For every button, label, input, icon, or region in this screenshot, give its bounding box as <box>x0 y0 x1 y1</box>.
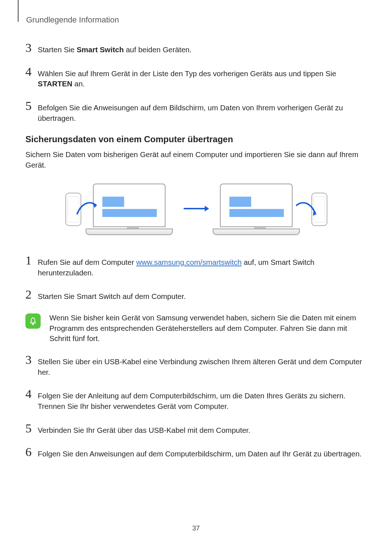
figure-left-backup <box>63 184 173 235</box>
step-number: 4 <box>25 66 38 78</box>
step-number: 2 <box>25 289 38 300</box>
step-number: 1 <box>25 255 38 266</box>
step-number: 6 <box>25 446 38 458</box>
step-text: Befolgen Sie die Anweisungen auf dem Bil… <box>38 103 367 123</box>
figure-right-restore <box>220 184 330 235</box>
step-text-pre: Rufen Sie auf dem Computer <box>38 258 136 266</box>
step-b-4: 4 Folgen Sie der Anleitung auf dem Compu… <box>25 388 367 411</box>
intro-paragraph: Sichern Sie Daten vom bisherigen Gerät a… <box>25 149 367 170</box>
transfer-figure <box>25 178 367 240</box>
step-a-4: 4 Wählen Sie auf Ihrem Gerät in der List… <box>25 66 367 89</box>
step-text: Verbinden Sie Ihr Gerät über das USB-Kab… <box>38 425 367 436</box>
arrow-right-icon <box>183 205 210 214</box>
step-number: 5 <box>25 100 38 112</box>
step-text-pre: Starten Sie <box>38 45 77 54</box>
step-text-pre: Wählen Sie auf Ihrem Gerät in der Liste … <box>38 69 336 78</box>
step-text-bold: Smart Switch <box>77 45 124 54</box>
step-number: 3 <box>25 354 38 366</box>
step-text: Stellen Sie über ein USB-Kabel eine Verb… <box>38 357 367 377</box>
step-number: 5 <box>25 423 38 434</box>
step-text: Folgen Sie den Anweisungen auf dem Compu… <box>38 449 367 459</box>
step-a-3: 3 Starten Sie Smart Switch auf beiden Ge… <box>25 42 367 55</box>
step-text: Starten Sie Smart Switch auf dem Compute… <box>38 291 367 302</box>
step-list-b: 1 Rufen Sie auf dem Computer www.samsung… <box>25 255 367 302</box>
page-edge-line <box>18 0 19 22</box>
note-text: Wenn Sie bisher kein Gerät von Samsung v… <box>49 313 367 344</box>
step-text-post: an. <box>72 79 85 88</box>
step-text: Starten Sie Smart Switch auf beiden Gerä… <box>38 45 367 55</box>
step-b-2: 2 Starten Sie Smart Switch auf dem Compu… <box>25 289 367 302</box>
laptop-icon <box>93 184 173 235</box>
svg-marker-2 <box>205 206 209 212</box>
step-number: 4 <box>25 388 38 400</box>
step-text: Rufen Sie auf dem Computer www.samsung.c… <box>38 257 367 278</box>
step-number: 3 <box>25 42 38 54</box>
smartswitch-link[interactable]: www.samsung.com/smartswitch <box>136 258 241 266</box>
bell-note-icon <box>25 313 41 329</box>
subheading-backup-transfer: Sicherungsdaten von einem Computer übert… <box>25 134 367 144</box>
step-a-5: 5 Befolgen Sie die Anweisungen auf dem B… <box>25 100 367 123</box>
step-list-a: 3 Starten Sie Smart Switch auf beiden Ge… <box>25 42 367 123</box>
step-text-bold: STARTEN <box>38 79 72 88</box>
step-text: Folgen Sie der Anleitung auf dem Compute… <box>38 391 367 411</box>
step-list-b-cont: 3 Stellen Sie über ein USB-Kabel eine Ve… <box>25 354 367 459</box>
step-b-6: 6 Folgen Sie den Anweisungen auf dem Com… <box>25 446 367 459</box>
page-number: 37 <box>0 524 392 532</box>
step-text-post: auf beiden Geräten. <box>124 45 192 54</box>
section-label: Grundlegende Information <box>26 15 367 25</box>
step-text: Wählen Sie auf Ihrem Gerät in der Liste … <box>38 69 367 89</box>
step-b-1: 1 Rufen Sie auf dem Computer www.samsung… <box>25 255 367 278</box>
note-block: Wenn Sie bisher kein Gerät von Samsung v… <box>25 313 367 344</box>
step-b-5: 5 Verbinden Sie Ihr Gerät über das USB-K… <box>25 423 367 436</box>
laptop-icon <box>220 184 300 235</box>
step-b-3: 3 Stellen Sie über ein USB-Kabel eine Ve… <box>25 354 367 377</box>
data-transfer-arrow-icon <box>292 198 317 220</box>
svg-point-4 <box>32 323 34 325</box>
data-transfer-arrow-icon <box>75 198 101 220</box>
